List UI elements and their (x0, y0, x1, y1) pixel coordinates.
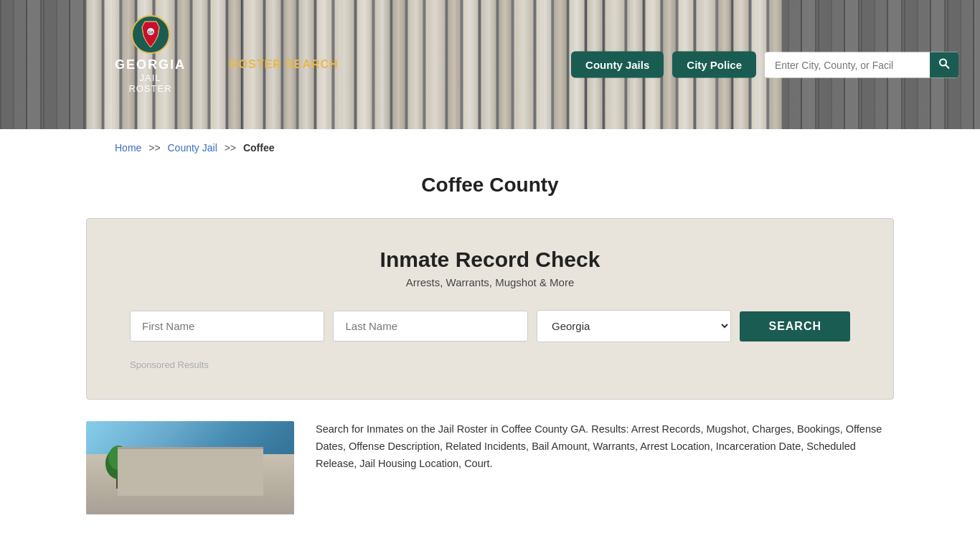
logo-text: GEORGIA JAIL ROSTER (115, 57, 186, 94)
tree-icon (103, 442, 135, 489)
search-icon (938, 57, 950, 69)
record-check-subtitle: Arrests, Warrants, Mugshot & More (130, 276, 850, 288)
georgia-seal-icon: GA (131, 14, 171, 55)
breadcrumb-sep1: >> (149, 142, 160, 154)
page-title-section: Coffee County (0, 166, 980, 218)
site-logo[interactable]: GA GEORGIA JAIL ROSTER (115, 14, 186, 94)
breadcrumb: Home >> County Jail >> Coffee (0, 129, 980, 166)
svg-line-6 (946, 65, 949, 68)
header-search-input[interactable] (765, 53, 930, 76)
first-name-input[interactable] (130, 311, 324, 342)
record-check-title: Inmate Record Check (130, 248, 850, 272)
svg-rect-7 (116, 474, 121, 489)
bottom-section: Search for Inmates on the Jail Roster in… (0, 421, 980, 536)
breadcrumb-sep2: >> (225, 142, 236, 154)
header-nav: ROSTER SEARCH (230, 58, 339, 71)
breadcrumb-home[interactable]: Home (115, 142, 141, 154)
city-police-button[interactable]: City Police (672, 52, 756, 78)
breadcrumb-current: Coffee (243, 142, 275, 154)
roster-search-link[interactable]: ROSTER SEARCH (230, 58, 339, 70)
record-check-box: Inmate Record Check Arrests, Warrants, M… (86, 218, 894, 400)
header-search-bar (765, 52, 958, 77)
header: GA GEORGIA JAIL ROSTER ROSTER SEARCH Cou… (0, 0, 980, 129)
svg-text:GA: GA (148, 30, 154, 34)
record-check-form: Georgia SEARCH (130, 310, 850, 342)
breadcrumb-county-jail[interactable]: County Jail (168, 142, 217, 154)
last-name-input[interactable] (333, 311, 527, 342)
inmate-search-button[interactable]: SEARCH (740, 311, 850, 342)
state-select[interactable]: Georgia (537, 310, 731, 342)
page-title: Coffee County (0, 174, 980, 197)
description-text: Search for Inmates on the Jail Roster in… (316, 423, 882, 469)
building-image (86, 421, 294, 514)
bottom-description: Search for Inmates on the Jail Roster in… (316, 421, 894, 514)
sponsored-label: Sponsored Results (130, 359, 850, 370)
svg-point-9 (108, 446, 128, 470)
county-jails-button[interactable]: County Jails (571, 52, 664, 78)
header-search-button[interactable] (930, 52, 958, 77)
svg-point-5 (940, 59, 946, 65)
header-right: County Jails City Police (571, 52, 958, 78)
